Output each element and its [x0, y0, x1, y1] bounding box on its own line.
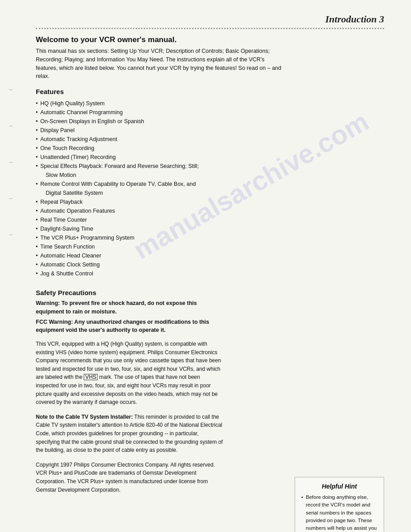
safety-warning-1: Warning: To prevent fire or shock hazard…	[36, 299, 224, 316]
list-item: Unattended (Timer) Recording	[36, 153, 287, 162]
list-item: Automatic Head Cleaner	[36, 251, 287, 260]
list-item: Automatic Operation Features	[36, 206, 287, 215]
helpful-hint-box: Helpful Hint Before doing anything else,…	[295, 477, 384, 532]
dotted-divider	[36, 28, 384, 29]
copyright-paragraph: Copyright 1997 Philips Consumer Electron…	[36, 461, 224, 494]
sidebar-mark	[9, 235, 13, 235]
list-item: Automatic Clock Setting	[36, 260, 287, 269]
list-item: Digital Satellite System	[36, 189, 287, 197]
list-item: Display Panel	[36, 126, 287, 135]
page-header: Introduction 3	[36, 13, 384, 25]
intro-text: This manual has six sections: Setting Up…	[36, 47, 287, 81]
list-item: Real Time Counter	[36, 215, 287, 224]
list-item: Remote Control With Capability to Operat…	[36, 180, 287, 189]
list-item: On-Screen Displays in English or Spanish	[36, 117, 287, 126]
right-column: Helpful Hint Before doing anything else,…	[295, 289, 384, 532]
vhs-mark: VHS	[84, 374, 98, 380]
list-item: Special Effects Playback: Forward and Re…	[36, 162, 287, 171]
left-column: Safety Precautions Warning: To prevent f…	[36, 289, 286, 532]
list-item: Daylight-Saving Time	[36, 224, 287, 233]
list-item: Automatic Channel Programming	[36, 108, 287, 117]
sidebar-marks	[9, 90, 13, 235]
helpful-hint-text: Before doing anything else, record the V…	[301, 493, 377, 532]
welcome-heading: Welcome to your VCR owner's manual.	[36, 35, 384, 44]
list-item: Jog & Shuttle Control	[36, 269, 287, 278]
page-title: Introduction 3	[325, 13, 384, 25]
list-item: Repeat Playback	[36, 197, 287, 206]
helpful-hint-title: Helpful Hint	[301, 483, 377, 490]
sidebar-mark	[9, 90, 13, 90]
list-item: Time Search Function	[36, 242, 287, 251]
list-item: Automatic Tracking Adjustment	[36, 135, 287, 144]
list-item: Slow Motion	[36, 171, 287, 180]
safety-warning-2: FCC Warning: Any unauthorized changes or…	[36, 318, 224, 335]
safety-heading: Safety Precautions	[36, 289, 286, 296]
list-item: One Touch Recording	[36, 144, 287, 153]
sidebar-mark	[9, 126, 13, 126]
page: manualsarchive.com Introduction 3 Welcom…	[0, 0, 411, 532]
list-item: HQ (High Quality) System	[36, 99, 287, 108]
features-list: HQ (High Quality) System Automatic Chann…	[36, 99, 287, 278]
safety-paragraph-1: This VCR, equipped with a HQ (High Quali…	[36, 340, 224, 407]
list-item: The VCR Plus+ Programming System	[36, 233, 287, 242]
features-heading: Features	[36, 88, 384, 95]
sidebar-mark	[9, 198, 13, 199]
main-content: Safety Precautions Warning: To prevent f…	[36, 289, 384, 532]
sidebar-mark	[9, 162, 13, 163]
note-label: Note to the Cable TV System Installer:	[36, 414, 133, 420]
note-paragraph: Note to the Cable TV System Installer: T…	[36, 413, 224, 455]
